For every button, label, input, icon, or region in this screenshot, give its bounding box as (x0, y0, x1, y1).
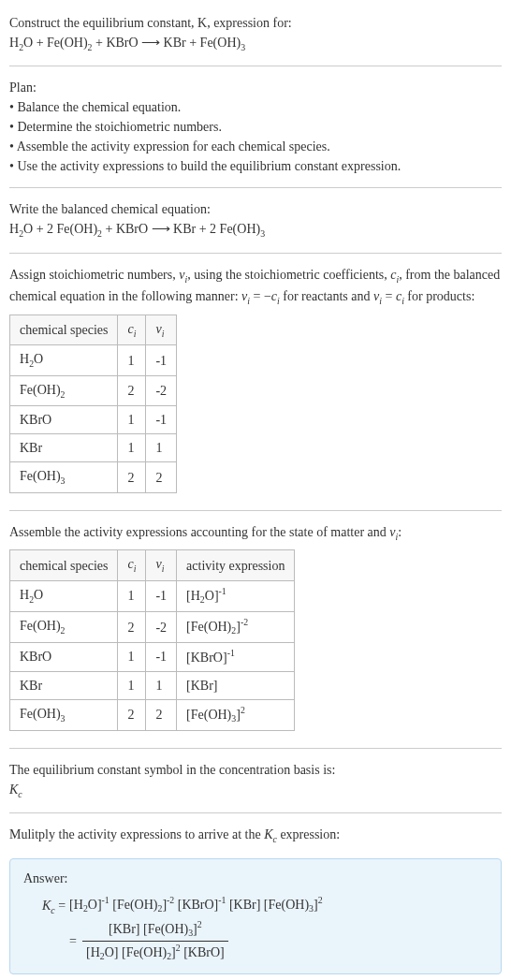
kc-numerator: [KBr] [Fe(OH)3]2 (82, 918, 228, 942)
balanced-equation: H2O + 2 Fe(OH)2 + KBrO ⟶ KBr + 2 Fe(OH)3 (9, 219, 502, 241)
ksymbol-text: The equilibrium constant symbol in the c… (9, 760, 502, 780)
col-ci: ci (118, 550, 146, 580)
balanced-heading: Write the balanced chemical equation: (9, 199, 502, 219)
cell-activity: [KBr] (177, 671, 295, 699)
cell-activity: [KBrO]-1 (177, 643, 295, 672)
table-header-row: chemical species ci νi (10, 314, 177, 344)
equals-sign: = (69, 931, 82, 951)
cell-species: KBrO (10, 406, 118, 434)
divider (9, 187, 502, 188)
table-row: H2O 1 -1 (10, 345, 177, 375)
cell-ci: 1 (118, 345, 146, 375)
table-row: Fe(OH)3 2 2 [Fe(OH)3]2 (10, 699, 295, 730)
table-row: Fe(OH)2 2 -2 [Fe(OH)2]-2 (10, 611, 295, 642)
cell-vi: -1 (146, 345, 177, 375)
cell-ci: 1 (118, 580, 146, 611)
divider (9, 748, 502, 749)
divider (9, 510, 502, 511)
table-row: KBrO 1 -1 [KBrO]-1 (10, 643, 295, 672)
col-species: chemical species (10, 550, 118, 580)
plan-item: • Use the activity expressions to build … (9, 156, 502, 176)
cell-ci: 1 (118, 671, 146, 699)
activity-section: Assemble the activity expressions accoun… (9, 517, 502, 742)
divider (9, 66, 502, 66)
cell-vi: -2 (146, 611, 177, 642)
cell-ci: 2 (118, 611, 146, 642)
kc-fraction: [KBr] [Fe(OH)3]2 [H2O] [Fe(OH)2]2 [KBrO] (82, 918, 228, 964)
cell-species: Fe(OH)2 (10, 611, 118, 642)
table-row: KBr 1 1 [KBr] (10, 671, 295, 699)
intro-equation: H2O + Fe(OH)2 + KBrO ⟶ KBr + Fe(OH)3 (9, 33, 502, 54)
cell-ci: 1 (118, 406, 146, 434)
answer-label: Answer: (23, 869, 488, 888)
stoich-section: Assign stoichiometric numbers, νi, using… (9, 259, 502, 505)
table-row: KBr 1 1 (10, 434, 177, 462)
col-activity: activity expression (177, 550, 295, 580)
answer-expression: Kc = [H2O]-1 [Fe(OH)2]-2 [KBrO]-1 [KBr] … (23, 894, 488, 964)
document-root: Construct the equilibrium constant, K, e… (0, 0, 511, 980)
balanced-section: Write the balanced chemical equation: H2… (9, 194, 502, 246)
plan-item: • Determine the stoichiometric numbers. (9, 117, 502, 137)
answer-box: Answer: Kc = [H2O]-1 [Fe(OH)2]-2 [KBrO]-… (9, 858, 502, 974)
cell-activity: [Fe(OH)3]2 (177, 699, 295, 730)
activity-table: chemical species ci νi activity expressi… (9, 549, 295, 731)
cell-vi: 2 (146, 699, 177, 730)
col-ci: ci (118, 314, 146, 344)
cell-ci: 1 (118, 643, 146, 672)
cell-ci: 1 (118, 434, 146, 462)
cell-ci: 2 (118, 462, 146, 492)
plan-item: • Assemble the activity expression for e… (9, 137, 502, 156)
cell-species: Fe(OH)3 (10, 462, 118, 492)
cell-vi: -1 (146, 580, 177, 611)
cell-activity: [H2O]-1 (177, 580, 295, 611)
col-vi: νi (146, 550, 177, 580)
kc-lhs: Kc = (42, 894, 69, 917)
cell-species: KBr (10, 671, 118, 699)
stoich-text: Assign stoichiometric numbers, νi, using… (9, 265, 502, 309)
plan-section: Plan: • Balance the chemical equation. •… (9, 72, 502, 182)
divider (9, 253, 502, 254)
divider (9, 812, 502, 813)
cell-species: H2O (10, 580, 118, 611)
cell-vi: -1 (146, 406, 177, 434)
kc-product-form: [H2O]-1 [Fe(OH)2]-2 [KBrO]-1 [KBr] [Fe(O… (69, 894, 322, 916)
col-vi: νi (146, 314, 177, 344)
intro-section: Construct the equilibrium constant, K, e… (9, 7, 502, 60)
cell-species: Fe(OH)2 (10, 375, 118, 405)
cell-vi: 1 (146, 671, 177, 699)
cell-species: Fe(OH)3 (10, 699, 118, 730)
cell-species: KBr (10, 434, 118, 462)
cell-vi: -2 (146, 375, 177, 405)
kc-rhs: [H2O]-1 [Fe(OH)2]-2 [KBrO]-1 [KBr] [Fe(O… (69, 894, 322, 964)
table-row: KBrO 1 -1 (10, 406, 177, 434)
cell-ci: 2 (118, 699, 146, 730)
multiply-text: Mulitply the activity expressions to arr… (9, 825, 502, 846)
table-row: Fe(OH)2 2 -2 (10, 375, 177, 405)
cell-species: H2O (10, 345, 118, 375)
cell-vi: -1 (146, 643, 177, 672)
table-row: H2O 1 -1 [H2O]-1 (10, 580, 295, 611)
plan-heading: Plan: (9, 78, 502, 97)
multiply-section: Mulitply the activity expressions to arr… (9, 819, 502, 852)
plan-item: • Balance the chemical equation. (9, 97, 502, 117)
table-row: Fe(OH)3 2 2 (10, 462, 177, 492)
ksymbol-value: Kc (9, 780, 502, 801)
kc-denominator: [H2O] [Fe(OH)2]2 [KBrO] (82, 942, 228, 964)
activity-heading: Assemble the activity expressions accoun… (9, 522, 502, 544)
ksymbol-section: The equilibrium constant symbol in the c… (9, 754, 502, 807)
table-header-row: chemical species ci νi activity expressi… (10, 550, 295, 580)
stoich-table: chemical species ci νi H2O 1 -1 Fe(OH)2 … (9, 314, 177, 493)
intro-line1: Construct the equilibrium constant, K, e… (9, 13, 502, 33)
cell-ci: 2 (118, 375, 146, 405)
col-species: chemical species (10, 314, 118, 344)
cell-vi: 1 (146, 434, 177, 462)
cell-activity: [Fe(OH)2]-2 (177, 611, 295, 642)
cell-species: KBrO (10, 643, 118, 672)
cell-vi: 2 (146, 462, 177, 492)
